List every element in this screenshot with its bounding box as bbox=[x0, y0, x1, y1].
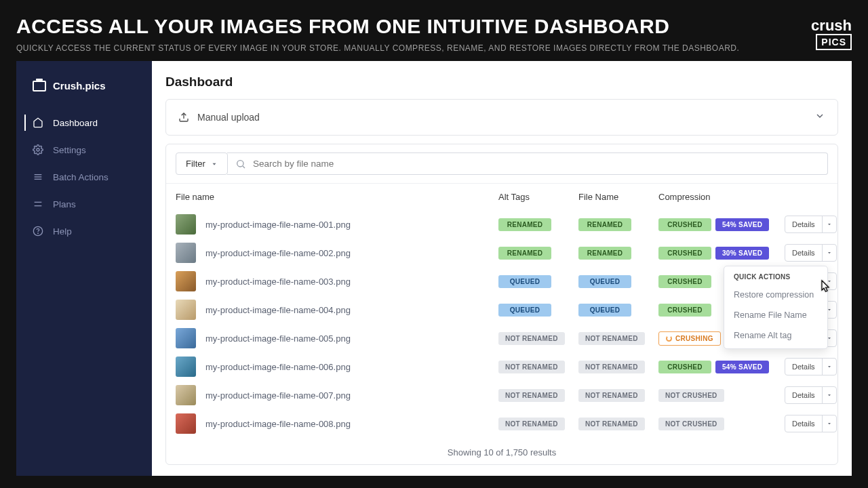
thumbnail bbox=[176, 243, 196, 263]
filter-button[interactable]: Filter bbox=[176, 152, 228, 175]
help-icon bbox=[33, 226, 43, 237]
sidebar-item-batch-actions[interactable]: Batch Actions bbox=[16, 163, 152, 190]
upload-icon bbox=[178, 112, 189, 123]
svg-point-7 bbox=[38, 233, 39, 234]
file-name: my-product-image-file-name-006.png bbox=[205, 362, 351, 372]
sidebar-item-label: Settings bbox=[53, 145, 86, 155]
sidebar-item-label: Help bbox=[53, 226, 72, 237]
dashboard-icon bbox=[33, 117, 43, 128]
thumbnail bbox=[176, 300, 196, 320]
status-badge-compression: CRUSHED bbox=[658, 361, 711, 373]
status-badge-filename: NOT RENAMED bbox=[578, 389, 645, 402]
thumbnail bbox=[176, 328, 196, 348]
svg-marker-13 bbox=[828, 252, 831, 253]
status-badge-crushing: CRUSHING bbox=[658, 331, 721, 346]
details-button[interactable]: Details bbox=[785, 386, 837, 404]
svg-marker-19 bbox=[828, 423, 831, 424]
status-badge-saved: 30% SAVED bbox=[715, 247, 769, 260]
status-badge-saved: 54% SAVED bbox=[715, 218, 769, 231]
status-badge-compression: CRUSHED bbox=[658, 304, 711, 317]
caret-down-icon[interactable] bbox=[823, 216, 836, 232]
svg-marker-17 bbox=[828, 366, 831, 367]
sidebar: Crush.pics DashboardSettingsBatch Action… bbox=[16, 61, 152, 476]
file-name: my-product-image-file-name-003.png bbox=[205, 277, 351, 287]
status-badge-filename: RENAMED bbox=[578, 218, 631, 231]
brand-icon bbox=[33, 81, 46, 92]
results-footer: Showing 10 of 1,750 results bbox=[166, 438, 837, 464]
svg-marker-16 bbox=[828, 338, 831, 339]
sidebar-item-label: Dashboard bbox=[53, 118, 98, 128]
sidebar-item-label: Batch Actions bbox=[53, 172, 108, 182]
status-badge-alt: NOT RENAMED bbox=[498, 332, 565, 345]
svg-marker-18 bbox=[828, 394, 831, 396]
file-name: my-product-image-file-name-005.png bbox=[205, 333, 351, 344]
popover-item[interactable]: Restore compression bbox=[724, 285, 827, 305]
details-button[interactable]: Details bbox=[785, 244, 837, 262]
status-badge-filename: RENAMED bbox=[578, 247, 631, 260]
dashboard-heading: Dashboard bbox=[152, 61, 852, 99]
manual-upload-label: Manual upload bbox=[197, 112, 260, 123]
sidebar-item-plans[interactable]: Plans bbox=[16, 190, 152, 218]
caret-down-icon[interactable] bbox=[823, 415, 836, 432]
status-badge-compression: CRUSHED bbox=[658, 247, 711, 260]
svg-line-11 bbox=[243, 166, 245, 168]
svg-marker-14 bbox=[828, 281, 831, 282]
table-row: my-product-image-file-name-008.pngNOT RE… bbox=[166, 409, 837, 438]
status-badge-compression: NOT CRUSHED bbox=[658, 389, 724, 402]
status-badge-alt: RENAMED bbox=[498, 218, 551, 231]
chevron-down-icon bbox=[814, 110, 825, 124]
manual-upload-toggle[interactable]: Manual upload bbox=[166, 100, 837, 135]
status-badge-filename: NOT RENAMED bbox=[578, 332, 645, 345]
sidebar-item-dashboard[interactable]: Dashboard bbox=[16, 109, 152, 136]
plans-icon bbox=[33, 199, 43, 209]
search-input[interactable] bbox=[253, 159, 819, 169]
caret-down-icon[interactable] bbox=[823, 245, 836, 261]
status-badge-compression: NOT CRUSHED bbox=[658, 418, 724, 430]
status-badge-compression: CRUSHED bbox=[658, 218, 711, 231]
file-name: my-product-image-file-name-001.png bbox=[205, 220, 351, 230]
table-row: my-product-image-file-name-001.pngRENAME… bbox=[166, 210, 837, 239]
main-panel: Dashboard Manual upload bbox=[152, 61, 852, 476]
svg-point-0 bbox=[37, 148, 39, 151]
file-name: my-product-image-file-name-002.png bbox=[205, 248, 351, 258]
table-row: my-product-image-file-name-007.pngNOT RE… bbox=[166, 381, 837, 409]
svg-point-10 bbox=[237, 160, 243, 166]
status-badge-alt: RENAMED bbox=[498, 247, 551, 260]
status-badge-alt: NOT RENAMED bbox=[498, 361, 565, 373]
status-badge-alt: QUEUED bbox=[498, 304, 551, 317]
status-badge-alt: NOT RENAMED bbox=[498, 389, 565, 402]
table-row: my-product-image-file-name-006.pngNOT RE… bbox=[166, 352, 837, 381]
brand-logo: crush PICS bbox=[811, 19, 852, 50]
status-badge-alt: NOT RENAMED bbox=[498, 418, 565, 430]
svg-marker-9 bbox=[212, 163, 216, 165]
thumbnail bbox=[176, 385, 196, 405]
file-name: my-product-image-file-name-007.png bbox=[205, 390, 351, 401]
popover-title: QUICK ACTIONS bbox=[724, 266, 827, 285]
details-button[interactable]: Details bbox=[785, 216, 837, 233]
details-button[interactable]: Details bbox=[785, 415, 837, 432]
search-input-wrap[interactable] bbox=[227, 152, 828, 175]
table-header: File name Alt Tags File Name Compression bbox=[166, 184, 837, 210]
page-subtitle: QUICKLY ACCESS THE CURRENT STATUS OF EVE… bbox=[16, 43, 852, 53]
svg-marker-12 bbox=[828, 224, 831, 225]
status-badge-compression: CRUSHED bbox=[658, 275, 711, 288]
popover-item[interactable]: Rename File Name bbox=[724, 305, 827, 325]
table-row: my-product-image-file-name-002.pngRENAME… bbox=[166, 239, 837, 267]
thumbnail bbox=[176, 214, 196, 235]
status-badge-filename: NOT RENAMED bbox=[578, 418, 645, 430]
batch-actions-icon bbox=[33, 171, 43, 182]
sidebar-item-settings[interactable]: Settings bbox=[16, 136, 152, 163]
status-badge-saved: 54% SAVED bbox=[715, 361, 769, 373]
details-button[interactable]: Details bbox=[785, 358, 837, 375]
caret-down-icon[interactable] bbox=[823, 387, 836, 403]
status-badge-alt: QUEUED bbox=[498, 275, 551, 288]
caret-down-icon[interactable] bbox=[823, 359, 836, 375]
file-name: my-product-image-file-name-004.png bbox=[205, 305, 351, 315]
popover-item[interactable]: Rename Alt tag bbox=[724, 325, 827, 348]
search-icon bbox=[235, 159, 246, 169]
sidebar-item-label: Plans bbox=[53, 199, 76, 209]
sidebar-item-help[interactable]: Help bbox=[16, 218, 152, 245]
quick-actions-popover: QUICK ACTIONSRestore compressionRename F… bbox=[724, 266, 828, 349]
svg-marker-15 bbox=[828, 309, 831, 310]
sidebar-brand: Crush.pics bbox=[16, 73, 152, 109]
